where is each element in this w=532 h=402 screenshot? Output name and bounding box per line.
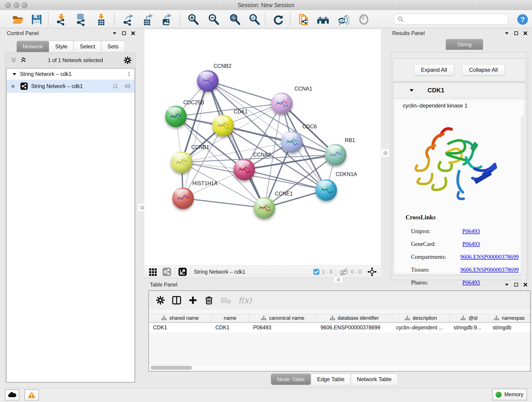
column-header-canonical-name[interactable]: canonical name [249, 314, 317, 322]
selected-nodes-checkbox-icon[interactable] [313, 269, 320, 275]
card-expander-icon[interactable] [410, 89, 413, 92]
edge-CDK1-RB1[interactable] [223, 126, 336, 155]
node-CCNA1[interactable] [271, 93, 293, 114]
panel-float-icon[interactable] [505, 283, 509, 286]
help-button[interactable]: ? [516, 13, 529, 26]
crosslink-link[interactable]: 9606.ENSP00000378699 [460, 254, 519, 260]
scrollbar-thumb[interactable] [151, 366, 192, 370]
node-CCNB1[interactable] [171, 152, 192, 173]
network-view-canvas[interactable]: CCNB2CCNA1CDC25BCDK1CDC6RB1CCNB1CCNA2CDK… [144, 29, 381, 265]
delete-column-icon[interactable] [204, 296, 214, 305]
edge-CCNB2-CCNE1[interactable] [208, 81, 264, 208]
node-result-header[interactable]: CDK1 [393, 83, 526, 98]
import-network-from-database-button[interactable] [75, 13, 87, 26]
minimize-window-button[interactable] [13, 2, 19, 8]
zoom-selected-button[interactable] [248, 13, 261, 26]
node-CDC6[interactable] [281, 131, 303, 153]
grid-view-icon[interactable] [148, 267, 158, 276]
table-row[interactable]: CDK1CDK1P064939606.ENSP00000378699cyclin… [149, 322, 530, 332]
panel-float-icon[interactable] [505, 32, 509, 35]
expand-all-icon[interactable] [19, 57, 27, 64]
zoom-in-button[interactable] [187, 13, 200, 26]
network-collection-row[interactable]: String Network – cdk1 1 [7, 69, 134, 80]
create-column-icon[interactable] [188, 296, 197, 305]
column-header-description[interactable]: description [392, 314, 450, 322]
collapse-all-button[interactable]: Collapse All [462, 64, 505, 76]
import-table-from-file-button[interactable] [95, 13, 108, 26]
window-title: Session: New Session [0, 0, 532, 10]
edge-HIST1H1A-CCNE1[interactable] [183, 198, 264, 208]
detach-view-icon[interactable] [178, 267, 187, 276]
network-view-mode-icon[interactable] [162, 267, 171, 276]
tab-sets[interactable]: Sets [101, 41, 125, 52]
node-CDKN1A[interactable] [316, 179, 337, 201]
save-session-button[interactable] [30, 13, 43, 26]
refresh-network-button[interactable] [272, 13, 285, 26]
results-tab-string[interactable]: String [446, 39, 483, 50]
share-document-button[interactable] [298, 13, 310, 26]
panel-close-icon[interactable] [131, 31, 135, 35]
panel-maximize-icon[interactable] [122, 31, 126, 35]
birds-eye-view-icon[interactable] [367, 267, 377, 277]
column-header-name[interactable]: name [211, 314, 249, 322]
zoom-fit-button[interactable] [228, 13, 241, 26]
toolbar-separator [114, 12, 115, 26]
memory-button[interactable]: Memory [492, 389, 527, 400]
tab-edge-table[interactable]: Edge Table [311, 374, 351, 385]
collapse-all-icon[interactable] [10, 57, 18, 64]
column-header-namespac[interactable]: namespac [488, 314, 530, 322]
warnings-button[interactable] [25, 389, 39, 400]
node-RB1[interactable] [325, 144, 346, 166]
show-graphics-details-button[interactable] [357, 13, 370, 26]
export-network-button[interactable] [122, 13, 135, 26]
zoom-fit-icon [229, 13, 241, 26]
node-CCNB2[interactable] [197, 70, 219, 92]
node-CDC25B[interactable] [165, 106, 187, 127]
crosslink-link[interactable]: P06493 [462, 228, 480, 235]
import-network-from-file-button[interactable] [55, 13, 68, 26]
panel-float-icon[interactable] [112, 32, 117, 35]
search-field[interactable] [394, 14, 508, 25]
collection-expander-icon[interactable] [13, 73, 16, 76]
column-header-shared-name[interactable]: shared name [149, 314, 211, 322]
tab-select[interactable]: Select [74, 41, 101, 52]
cloud-status-button[interactable] [5, 389, 19, 400]
results-scrollbar[interactable] [521, 116, 524, 289]
table-options-gear-icon[interactable] [156, 296, 165, 305]
search-input[interactable] [405, 16, 508, 22]
edge-CCNB2-CCNA1[interactable] [208, 81, 282, 103]
maximize-window-button[interactable] [22, 2, 27, 8]
tab-network[interactable]: Network [17, 41, 49, 52]
network-options-gear-icon[interactable] [123, 56, 132, 64]
hide-graphics-details-button[interactable] [336, 13, 349, 26]
tab-network-table[interactable]: Network Table [351, 374, 398, 385]
right-splitter-handle[interactable] [381, 149, 389, 157]
export-image-button[interactable] [160, 13, 173, 26]
network-graph[interactable]: CCNB2CCNA1CDC25BCDK1CDC6RB1CCNB1CCNA2CDK… [144, 29, 381, 265]
tab-node-table[interactable]: Node Table [271, 374, 311, 385]
network-row[interactable]: String Network – cdk1 11 48 [7, 80, 134, 93]
node-CDK1[interactable] [212, 115, 234, 136]
node-HIST1H1A[interactable] [172, 187, 194, 209]
show-columns-icon[interactable] [172, 295, 181, 305]
node-CCNA2[interactable] [234, 159, 255, 180]
column-header-database-identifier[interactable]: database identifier [317, 314, 392, 322]
node-CCNE1[interactable] [254, 197, 275, 219]
collection-label: String Network – cdk1 [20, 71, 71, 77]
expand-all-button[interactable]: Expand All [414, 64, 454, 76]
table-horizontal-scrollbar[interactable] [149, 364, 530, 371]
tab-style[interactable]: Style [49, 41, 74, 52]
panel-maximize-icon[interactable] [514, 283, 518, 287]
close-window-button[interactable] [5, 2, 11, 8]
panel-close-icon[interactable] [523, 283, 527, 287]
home-panel-button[interactable] [317, 13, 329, 26]
export-table-button[interactable] [141, 13, 154, 26]
panel-close-icon[interactable] [523, 31, 527, 35]
panel-maximize-icon[interactable] [514, 31, 518, 35]
crosslink-link[interactable]: P06493 [462, 241, 480, 247]
results-panel: Results Panel String Expand All Collapse… [389, 29, 530, 281]
crosslink-link[interactable]: 9606.ENSP00000378699 [460, 267, 519, 273]
open-session-button[interactable] [12, 13, 24, 26]
column-header--id[interactable]: @id [450, 314, 488, 322]
zoom-out-button[interactable] [207, 13, 220, 26]
